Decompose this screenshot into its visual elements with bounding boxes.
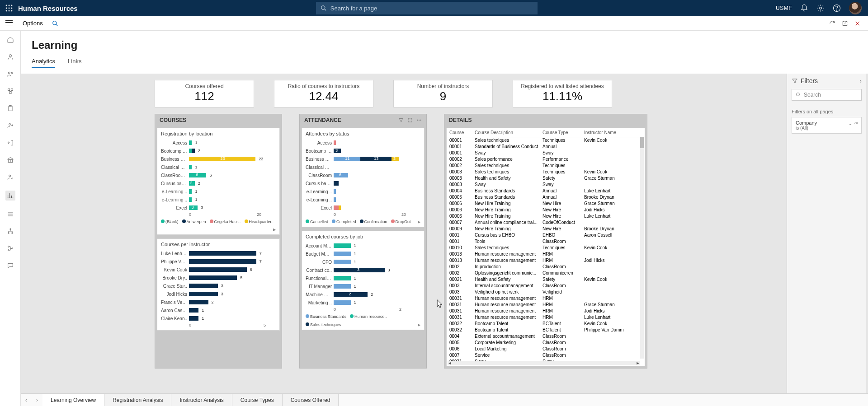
table-row[interactable]: 00010Sales techniquesTechniquesKevin Coo… [447,245,645,251]
svg-point-24 [11,178,13,179]
people-icon[interactable] [7,70,14,78]
focus-icon[interactable] [407,117,413,123]
chart-courses-per-instructor[interactable]: Courses per instructor Luke Lenhart7Phil… [157,238,280,331]
table-row[interactable]: 00003Sales techniquesTechniquesKevin Coo… [447,169,645,175]
user-avatar[interactable] [849,2,862,14]
table-row[interactable]: 0007ServiceClassRoom [447,352,645,359]
options-menu[interactable]: Options [23,20,43,27]
table-row[interactable]: 0002In productionClassRoom [447,264,645,270]
nav-toggle-icon[interactable] [5,20,13,25]
left-nav-rail [0,31,21,406]
global-search[interactable]: Search for a page [316,2,538,14]
table-row[interactable]: 00001SwaySway [447,150,645,156]
table-row[interactable]: 0001ToolsClassRoom [447,238,645,245]
help-icon[interactable] [833,4,841,12]
list-icon[interactable] [7,210,14,218]
kpi-instructors[interactable]: Number of instructors 9 [393,80,493,107]
company-code[interactable]: USMF [776,5,792,11]
find-icon[interactable] [52,20,58,27]
table-row[interactable]: 00009New Hire TrainingNew HireBrooke Dry… [447,226,645,232]
close-icon[interactable] [854,20,861,27]
table-row[interactable]: 00005Business StandardsAnnualBrooke Dryn… [447,194,645,201]
table-row[interactable]: 0004External accountmanagementClassRoom [447,333,645,340]
person-icon[interactable] [7,53,14,61]
chart-registration-by-location[interactable]: Registration by location Access1Bootcamp… [157,128,280,235]
chat-icon[interactable] [7,262,14,269]
table-row[interactable]: 0003Internal accountmanagementClassRoom [447,283,645,289]
kpi-value: 11.11% [518,89,607,103]
hierarchy-icon[interactable] [7,228,14,235]
kpi-value: 9 [398,89,488,103]
filter-icon[interactable] [398,117,404,123]
details-table[interactable]: Course Course Description Course Type In… [446,128,645,366]
sheet-prev[interactable]: ‹ [21,397,32,403]
vertical-scrollbar[interactable] [640,137,644,359]
table-row[interactable]: 00004Business StandardsAnnualLuke Lenhar… [447,188,645,194]
exit-icon[interactable] [7,139,14,146]
table-row[interactable]: 00001Standards of Business ConductAnnual [447,144,645,150]
filter-company-card[interactable]: Company is (All) ⌄ ⌫ [792,117,862,134]
table-row[interactable]: 00031Human resource managementHRMJodi Hi… [447,308,645,314]
person-plus-icon[interactable] [7,122,14,129]
sheet-tab[interactable]: Learning Overview [42,394,104,406]
table-row[interactable]: 00002Sales techniquesTechniques [447,163,645,169]
table-row[interactable]: 00031Human resource managementHRMLuke Le… [447,314,645,321]
svg-point-33 [420,120,421,121]
table-row[interactable]: 00031Human resource managementHRMGrace S… [447,302,645,308]
table-row[interactable]: 00013Human resource managementHRMJodi Hi… [447,257,645,264]
table-row[interactable]: 00031Human resource managementHRM [447,295,645,302]
table-row[interactable]: 00006New Hire TrainingNew HireJodi Hicks [447,207,645,213]
table-row[interactable]: 00006New Hire TrainingNew HireGrace Stur… [447,201,645,207]
kpi-ratio[interactable]: Ratio of courses to instructors 12.44 [274,80,373,107]
refresh-icon[interactable] [829,20,835,27]
kpi-courses-offered[interactable]: Courses offered 112 [155,80,254,107]
filters-search[interactable]: Search [792,89,862,101]
clear-filter-icon[interactable]: ⌫ [854,120,858,126]
chart-completed-by-job[interactable]: Completed courses by job Account Ma..1Bu… [302,231,425,330]
table-row[interactable]: 00007Annual online compliance trai...Cod… [447,219,645,226]
table-row[interactable]: 0001Cursus basis EHBOEHBOAaron Cassell [447,232,645,238]
table-row[interactable]: 0002Oplossingsgericht communic...Communi… [447,270,645,276]
sheet-tab[interactable]: Course Types [232,394,283,406]
table-row[interactable]: 00013Human resource managementHRM [447,251,645,257]
app-launcher-icon[interactable] [5,5,13,12]
bank-icon[interactable] [7,156,14,163]
panel-attendance: ATTENDANCE Attendees by status AccessBoo… [299,114,427,369]
table-row[interactable]: 00021Health and SafetySafetyKevin Cook [447,276,645,283]
chart-attendees-by-status[interactable]: Attendees by status AccessBootcamp T..3B… [302,128,425,227]
table-row[interactable]: 0006Local MarketingClassRoom [447,346,645,352]
tree-icon[interactable] [7,245,14,252]
home-icon[interactable] [7,36,14,43]
col-desc: Course Description [475,130,542,135]
tab-links[interactable]: Links [68,58,81,68]
table-row[interactable]: 00003SwaySway [447,182,645,188]
table-row[interactable]: 0003Veiligheid op het werkVeiligheid [447,289,645,295]
sheet-tab[interactable]: Registration Analysis [104,394,171,406]
table-row[interactable]: 00003Health and SafetySafetyGrace Sturma… [447,175,645,182]
table-row[interactable]: 0005Corporate MarketingClassRoom [447,340,645,346]
gear-icon[interactable] [816,4,825,12]
tab-analytics[interactable]: Analytics [32,58,55,68]
more-icon[interactable] [416,117,422,123]
svg-rect-18 [11,89,13,91]
sheet-next[interactable]: › [32,397,42,403]
kpi-waitlist-ratio[interactable]: Registered to wait listed attendees 11.1… [513,80,612,107]
col-type: Course Type [542,130,584,135]
panel-title: DETAILS [449,117,472,123]
org-icon[interactable] [7,88,14,95]
chevron-right-icon[interactable]: › [859,77,862,84]
table-row[interactable]: 00032Bootcamp TalentBCTalentKevin Cook [447,321,645,327]
sheet-tab[interactable]: Instructor Analysis [171,394,232,406]
person-gear-icon[interactable] [7,173,14,181]
clipboard-icon[interactable] [7,105,14,112]
table-row[interactable]: 00032Bootcamp TalentBCTalentPhilippe Van… [447,327,645,333]
bell-icon[interactable] [800,4,808,12]
horizontal-scrollbar[interactable]: ◄► [448,361,640,365]
chevron-down-icon[interactable]: ⌄ [848,120,853,126]
popout-icon[interactable] [842,20,848,27]
sheet-tab[interactable]: Courses Offered [283,394,339,406]
table-row[interactable]: 00002Sales performancePerformance [447,156,645,163]
analytics-nav-icon[interactable] [5,191,15,201]
table-row[interactable]: 00006New Hire TrainingNew HireLuke Lenha… [447,213,645,219]
table-row[interactable]: 00001Sales techniquesTechniquesKevin Coo… [447,137,645,144]
